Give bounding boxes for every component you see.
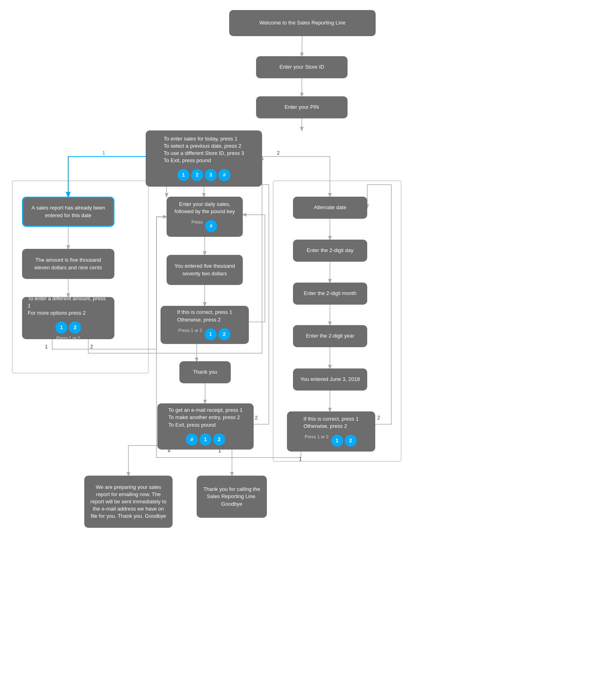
branch-label-1-left: 1 <box>102 150 105 156</box>
if-correct-node: If this is correct, press 1 Otherwise, p… <box>161 306 249 344</box>
enter-daily-buttons: Press # <box>191 219 218 233</box>
email-options-label: To get an e-mail receipt, press 1 To mak… <box>169 407 243 429</box>
date-correct-node: If this is correct, press 1 Otherwise, p… <box>287 411 375 452</box>
press-1-or-2-label: Press 1 or 2 <box>56 335 80 341</box>
btn-1[interactable]: 1 <box>177 169 189 181</box>
if-correct-label: If this is correct, press 1 Otherwise, p… <box>177 309 232 323</box>
svg-line-0 <box>302 36 302 56</box>
you-entered-node: You entered five thousand seventy two do… <box>167 255 243 285</box>
btn-diff-2[interactable]: 2 <box>69 322 81 334</box>
enter-day-label: Enter the 2-digit day <box>307 247 353 254</box>
preparing-report-label: We are preparing your sales report for e… <box>90 484 167 520</box>
enter-different-buttons: 1 2 <box>55 321 82 334</box>
store-id-node: Enter your Store ID <box>256 56 348 78</box>
thank-you-label: Thank you <box>193 368 218 376</box>
btn-correct-1[interactable]: 1 <box>205 328 217 340</box>
thank-you-goodbye-node: Thank you for calling the Sales Reportin… <box>197 476 267 518</box>
thank-you-node: Thank you <box>179 361 231 383</box>
you-entered-label: You entered five thousand seventy two do… <box>172 262 237 277</box>
svg-text:2: 2 <box>255 415 258 421</box>
menu-content: To enter sales for today, press 1 To sel… <box>164 135 244 182</box>
btn-2[interactable]: 2 <box>191 169 203 181</box>
thank-you-goodbye-label: Thank you for calling the Sales Reportin… <box>202 486 261 508</box>
email-options-content: To get an e-mail receipt, press 1 To mak… <box>169 407 243 446</box>
pin-label: Enter your PIN <box>285 104 319 111</box>
amount-display-label: The amount is five thousand eleven dolla… <box>28 256 109 271</box>
btn-date-2[interactable]: 2 <box>345 435 357 447</box>
enter-month-node: Enter the 2-digit month <box>293 283 367 305</box>
btn-email-pound[interactable]: # <box>186 433 198 446</box>
btn-daily-pound[interactable]: # <box>205 220 217 232</box>
enter-different-node: To enter a different amount, press 1 For… <box>22 297 114 339</box>
alternate-date-label: Alternate date <box>314 204 346 211</box>
pin-node: Enter your PIN <box>256 96 348 118</box>
enter-daily-label: Enter your daily sales, followed by the … <box>172 201 237 215</box>
enter-different-label: To enter a different amount, press 1 For… <box>28 295 109 317</box>
enter-daily-node: Enter your daily sales, followed by the … <box>167 197 243 237</box>
branch-label-2-right: 2 <box>277 150 280 156</box>
if-correct-buttons: Press 1 or 2 1 2 <box>178 328 231 341</box>
email-options-node: To get an e-mail receipt, press 1 To mak… <box>157 403 254 450</box>
menu-buttons: 1 2 3 # <box>177 168 231 182</box>
enter-daily-content: Enter your daily sales, followed by the … <box>172 201 237 233</box>
svg-text:2: 2 <box>90 344 93 350</box>
btn-3[interactable]: 3 <box>205 169 217 181</box>
btn-date-1[interactable]: 1 <box>331 435 343 447</box>
btn-email-1[interactable]: 1 <box>199 433 212 446</box>
you-entered-date-node: You entered June 3, 2018 <box>293 368 367 391</box>
enter-year-node: Enter the 2-digit year <box>293 325 367 347</box>
btn-diff-1[interactable]: 1 <box>55 322 67 334</box>
svg-text:2: 2 <box>377 415 380 421</box>
amount-display-node: The amount is five thousand eleven dolla… <box>22 249 114 279</box>
enter-year-label: Enter the 2-digit year <box>306 332 354 340</box>
menu-node: To enter sales for today, press 1 To sel… <box>146 130 262 187</box>
preparing-report-node: We are preparing your sales report for e… <box>84 476 173 528</box>
date-correct-buttons: Press 1 or 2 1 2 <box>305 434 357 448</box>
svg-text:1: 1 <box>299 456 302 462</box>
welcome-label: Welcome to the Sales Reporting Line <box>259 19 345 26</box>
menu-label: To enter sales for today, press 1 To sel… <box>164 135 244 165</box>
alternate-date-node: Alternate date <box>293 197 367 219</box>
if-correct-content: If this is correct, press 1 Otherwise, p… <box>177 309 232 341</box>
enter-month-label: Enter the 2-digit month <box>304 290 357 297</box>
btn-pound[interactable]: # <box>218 169 230 181</box>
date-correct-label: If this is correct, press 1 Otherwise, p… <box>303 415 358 430</box>
date-correct-content: If this is correct, press 1 Otherwise, p… <box>303 415 358 448</box>
flow-diagram: 2 1 1 2 # 1 2 1 2 Welcome to the Sales R… <box>0 0 602 700</box>
you-entered-date-label: You entered June 3, 2018 <box>300 376 360 383</box>
already-entered-node: A sales report has already been entered … <box>22 197 114 227</box>
svg-text:1: 1 <box>45 344 48 350</box>
store-id-label: Enter your Store ID <box>279 63 324 71</box>
email-options-buttons: # 1 2 <box>185 433 226 446</box>
btn-email-2[interactable]: 2 <box>213 433 225 446</box>
enter-day-node: Enter the 2-digit day <box>293 240 367 262</box>
welcome-node: Welcome to the Sales Reporting Line <box>229 10 376 36</box>
btn-correct-2[interactable]: 2 <box>218 328 230 340</box>
enter-different-content: To enter a different amount, press 1 For… <box>28 295 109 342</box>
already-entered-label: A sales report has already been entered … <box>29 204 108 219</box>
